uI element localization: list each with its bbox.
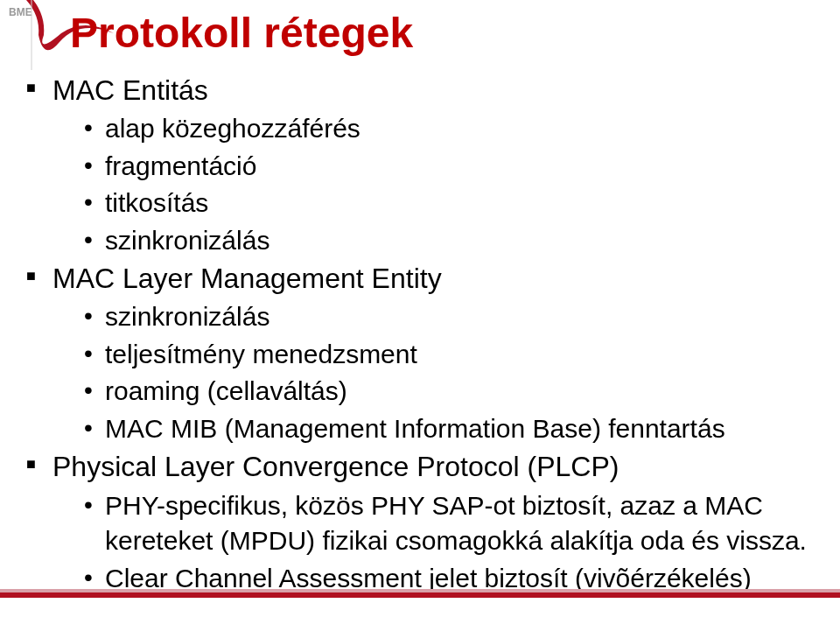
- svg-rect-1: [0, 592, 840, 598]
- section-heading: Physical Layer Convergence Protocol (PLC…: [26, 448, 814, 486]
- bullet-item: roaming (cellaváltás): [26, 374, 814, 410]
- bullet-item: fragmentáció: [26, 149, 814, 185]
- footer-bar: [0, 589, 840, 601]
- bullet-item: szinkronizálás: [26, 299, 814, 335]
- svg-rect-2: [0, 589, 840, 592]
- logo-text: BME: [9, 6, 32, 18]
- bullet-item: MAC MIB (Management Information Base) fe…: [26, 411, 814, 447]
- bullet-item: alap közeghozzáférés: [26, 111, 814, 147]
- section-heading: MAC Entitás: [26, 72, 814, 109]
- section-heading: MAC Layer Management Entity: [26, 260, 814, 298]
- slide-title: Protokoll rétegek: [70, 9, 413, 57]
- bullet-item: titkosítás: [26, 186, 814, 221]
- bullet-item: PHY-specifikus, közös PHY SAP-ot biztosí…: [26, 488, 814, 559]
- bullet-item: teljesítmény menedzsment: [26, 337, 814, 373]
- slide-content: MAC Entitás alap közeghozzáférés fragmen…: [26, 72, 814, 598]
- bullet-item: szinkronizálás: [26, 223, 814, 259]
